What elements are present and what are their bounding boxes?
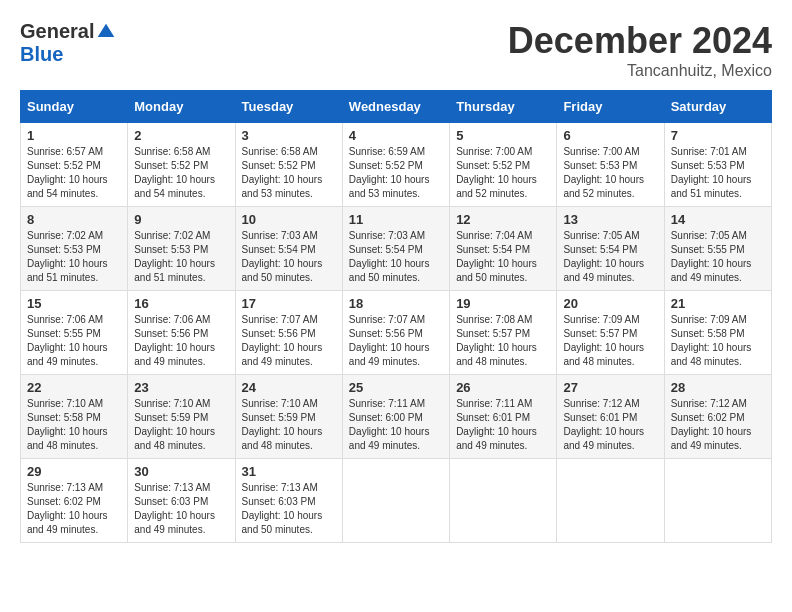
calendar-week-row: 29Sunrise: 7:13 AMSunset: 6:02 PMDayligh…: [21, 459, 772, 543]
calendar-cell: 9Sunrise: 7:02 AMSunset: 5:53 PMDaylight…: [128, 207, 235, 291]
day-number: 29: [27, 464, 121, 479]
calendar-cell: 15Sunrise: 7:06 AMSunset: 5:55 PMDayligh…: [21, 291, 128, 375]
day-info: Sunrise: 7:03 AMSunset: 5:54 PMDaylight:…: [242, 229, 336, 285]
header-sunday: Sunday: [21, 91, 128, 123]
day-info: Sunrise: 7:01 AMSunset: 5:53 PMDaylight:…: [671, 145, 765, 201]
day-number: 14: [671, 212, 765, 227]
calendar-cell: 25Sunrise: 7:11 AMSunset: 6:00 PMDayligh…: [342, 375, 449, 459]
day-number: 5: [456, 128, 550, 143]
calendar-cell: 4Sunrise: 6:59 AMSunset: 5:52 PMDaylight…: [342, 123, 449, 207]
day-info: Sunrise: 6:58 AMSunset: 5:52 PMDaylight:…: [134, 145, 228, 201]
day-number: 27: [563, 380, 657, 395]
calendar-week-row: 22Sunrise: 7:10 AMSunset: 5:58 PMDayligh…: [21, 375, 772, 459]
header-wednesday: Wednesday: [342, 91, 449, 123]
calendar-week-row: 8Sunrise: 7:02 AMSunset: 5:53 PMDaylight…: [21, 207, 772, 291]
header-monday: Monday: [128, 91, 235, 123]
calendar-cell: [450, 459, 557, 543]
calendar-cell: 7Sunrise: 7:01 AMSunset: 5:53 PMDaylight…: [664, 123, 771, 207]
day-number: 20: [563, 296, 657, 311]
calendar-cell: 19Sunrise: 7:08 AMSunset: 5:57 PMDayligh…: [450, 291, 557, 375]
day-info: Sunrise: 7:10 AMSunset: 5:59 PMDaylight:…: [134, 397, 228, 453]
logo: General Blue: [20, 20, 116, 66]
day-info: Sunrise: 7:05 AMSunset: 5:54 PMDaylight:…: [563, 229, 657, 285]
calendar-cell: 26Sunrise: 7:11 AMSunset: 6:01 PMDayligh…: [450, 375, 557, 459]
day-info: Sunrise: 7:03 AMSunset: 5:54 PMDaylight:…: [349, 229, 443, 285]
logo-blue-text: Blue: [20, 43, 63, 66]
day-info: Sunrise: 6:57 AMSunset: 5:52 PMDaylight:…: [27, 145, 121, 201]
day-info: Sunrise: 7:06 AMSunset: 5:56 PMDaylight:…: [134, 313, 228, 369]
day-number: 11: [349, 212, 443, 227]
calendar-cell: 13Sunrise: 7:05 AMSunset: 5:54 PMDayligh…: [557, 207, 664, 291]
day-info: Sunrise: 7:10 AMSunset: 5:58 PMDaylight:…: [27, 397, 121, 453]
day-number: 17: [242, 296, 336, 311]
day-info: Sunrise: 7:07 AMSunset: 5:56 PMDaylight:…: [349, 313, 443, 369]
day-info: Sunrise: 7:05 AMSunset: 5:55 PMDaylight:…: [671, 229, 765, 285]
day-info: Sunrise: 7:02 AMSunset: 5:53 PMDaylight:…: [134, 229, 228, 285]
calendar-cell: 6Sunrise: 7:00 AMSunset: 5:53 PMDaylight…: [557, 123, 664, 207]
logo-icon: [96, 22, 116, 42]
calendar-cell: 1Sunrise: 6:57 AMSunset: 5:52 PMDaylight…: [21, 123, 128, 207]
calendar-cell: 11Sunrise: 7:03 AMSunset: 5:54 PMDayligh…: [342, 207, 449, 291]
day-number: 1: [27, 128, 121, 143]
calendar-cell: [342, 459, 449, 543]
title-section: December 2024 Tancanhuitz, Mexico: [508, 20, 772, 80]
calendar-week-row: 1Sunrise: 6:57 AMSunset: 5:52 PMDaylight…: [21, 123, 772, 207]
calendar-cell: 14Sunrise: 7:05 AMSunset: 5:55 PMDayligh…: [664, 207, 771, 291]
day-number: 13: [563, 212, 657, 227]
day-number: 10: [242, 212, 336, 227]
calendar-cell: 22Sunrise: 7:10 AMSunset: 5:58 PMDayligh…: [21, 375, 128, 459]
calendar-cell: 30Sunrise: 7:13 AMSunset: 6:03 PMDayligh…: [128, 459, 235, 543]
calendar-cell: 29Sunrise: 7:13 AMSunset: 6:02 PMDayligh…: [21, 459, 128, 543]
calendar-cell: 10Sunrise: 7:03 AMSunset: 5:54 PMDayligh…: [235, 207, 342, 291]
day-info: Sunrise: 6:59 AMSunset: 5:52 PMDaylight:…: [349, 145, 443, 201]
day-info: Sunrise: 7:09 AMSunset: 5:58 PMDaylight:…: [671, 313, 765, 369]
day-number: 9: [134, 212, 228, 227]
calendar-cell: 3Sunrise: 6:58 AMSunset: 5:52 PMDaylight…: [235, 123, 342, 207]
day-number: 30: [134, 464, 228, 479]
day-number: 8: [27, 212, 121, 227]
location: Tancanhuitz, Mexico: [508, 62, 772, 80]
day-number: 4: [349, 128, 443, 143]
day-info: Sunrise: 7:06 AMSunset: 5:55 PMDaylight:…: [27, 313, 121, 369]
day-number: 19: [456, 296, 550, 311]
day-number: 25: [349, 380, 443, 395]
day-info: Sunrise: 6:58 AMSunset: 5:52 PMDaylight:…: [242, 145, 336, 201]
day-number: 12: [456, 212, 550, 227]
day-info: Sunrise: 7:02 AMSunset: 5:53 PMDaylight:…: [27, 229, 121, 285]
calendar-header-row: Sunday Monday Tuesday Wednesday Thursday…: [21, 91, 772, 123]
day-info: Sunrise: 7:12 AMSunset: 6:01 PMDaylight:…: [563, 397, 657, 453]
calendar-week-row: 15Sunrise: 7:06 AMSunset: 5:55 PMDayligh…: [21, 291, 772, 375]
day-number: 2: [134, 128, 228, 143]
calendar-cell: 2Sunrise: 6:58 AMSunset: 5:52 PMDaylight…: [128, 123, 235, 207]
day-info: Sunrise: 7:07 AMSunset: 5:56 PMDaylight:…: [242, 313, 336, 369]
day-number: 22: [27, 380, 121, 395]
day-info: Sunrise: 7:11 AMSunset: 6:00 PMDaylight:…: [349, 397, 443, 453]
svg-marker-0: [98, 23, 115, 36]
calendar-cell: 12Sunrise: 7:04 AMSunset: 5:54 PMDayligh…: [450, 207, 557, 291]
day-info: Sunrise: 7:00 AMSunset: 5:53 PMDaylight:…: [563, 145, 657, 201]
day-number: 23: [134, 380, 228, 395]
day-info: Sunrise: 7:08 AMSunset: 5:57 PMDaylight:…: [456, 313, 550, 369]
page-header: General Blue December 2024 Tancanhuitz, …: [20, 20, 772, 80]
calendar-cell: 8Sunrise: 7:02 AMSunset: 5:53 PMDaylight…: [21, 207, 128, 291]
day-number: 28: [671, 380, 765, 395]
calendar-cell: 23Sunrise: 7:10 AMSunset: 5:59 PMDayligh…: [128, 375, 235, 459]
day-info: Sunrise: 7:13 AMSunset: 6:03 PMDaylight:…: [242, 481, 336, 537]
day-number: 7: [671, 128, 765, 143]
day-number: 6: [563, 128, 657, 143]
day-info: Sunrise: 7:12 AMSunset: 6:02 PMDaylight:…: [671, 397, 765, 453]
calendar-cell: [557, 459, 664, 543]
calendar-cell: 5Sunrise: 7:00 AMSunset: 5:52 PMDaylight…: [450, 123, 557, 207]
calendar-cell: 20Sunrise: 7:09 AMSunset: 5:57 PMDayligh…: [557, 291, 664, 375]
day-number: 26: [456, 380, 550, 395]
calendar-cell: [664, 459, 771, 543]
day-number: 21: [671, 296, 765, 311]
calendar-cell: 24Sunrise: 7:10 AMSunset: 5:59 PMDayligh…: [235, 375, 342, 459]
day-number: 16: [134, 296, 228, 311]
day-number: 24: [242, 380, 336, 395]
day-number: 15: [27, 296, 121, 311]
calendar-cell: 27Sunrise: 7:12 AMSunset: 6:01 PMDayligh…: [557, 375, 664, 459]
calendar-cell: 17Sunrise: 7:07 AMSunset: 5:56 PMDayligh…: [235, 291, 342, 375]
calendar-cell: 16Sunrise: 7:06 AMSunset: 5:56 PMDayligh…: [128, 291, 235, 375]
month-title: December 2024: [508, 20, 772, 62]
